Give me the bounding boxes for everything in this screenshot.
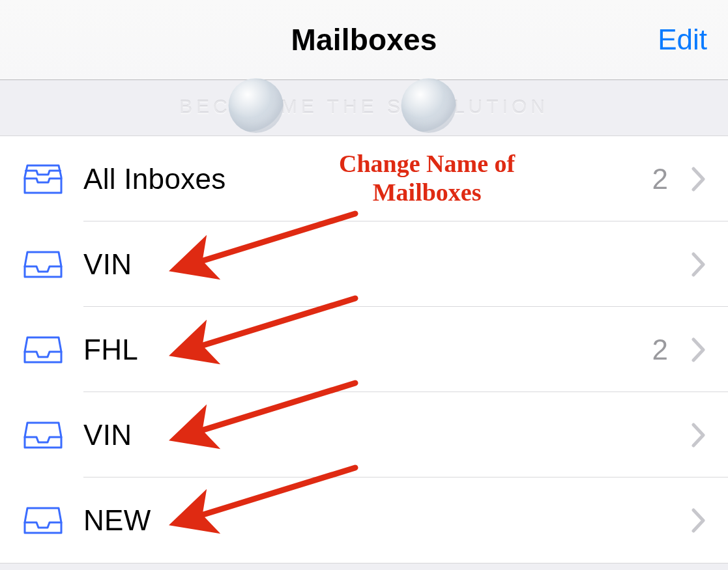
mailbox-label: VIN [83, 419, 132, 451]
label-mask [167, 392, 454, 477]
mailbox-label: FHL [83, 334, 138, 366]
mailbox-row[interactable]: VIN [0, 392, 728, 477]
mailbox-label: VIN [83, 248, 132, 281]
list-footer-strip [0, 563, 728, 570]
chevron-right-icon [692, 508, 706, 533]
nav-bar: Mailboxes Edit [0, 0, 728, 80]
mailbox-row[interactable]: NEW [0, 477, 728, 563]
chevron-right-icon [692, 337, 706, 362]
unread-count: 2 [652, 334, 668, 366]
section-header: BECME THE SLUTION [0, 80, 728, 136]
mailbox-row-all-inboxes[interactable]: All Inboxes 2 [0, 136, 728, 221]
mailbox-list: All Inboxes 2 VIN [0, 136, 728, 563]
chevron-right-icon [692, 167, 706, 192]
label-mask [167, 477, 454, 563]
inbox-icon [23, 419, 63, 451]
mailbox-label: All Inboxes [83, 163, 226, 195]
label-mask [167, 307, 454, 392]
inbox-icon [23, 248, 63, 281]
watermark-part2: ME THE S [281, 95, 404, 117]
unread-count: 2 [652, 163, 668, 195]
mailbox-row[interactable]: VIN [0, 221, 728, 307]
mailbox-row[interactable]: FHL 2 [0, 307, 728, 392]
watermark-part3: LUTION [454, 95, 549, 117]
bubble-icon [229, 78, 284, 133]
watermark-part1: BEC [179, 95, 231, 117]
watermark-text: BECME THE SLUTION [179, 81, 549, 135]
bubble-icon [401, 78, 456, 133]
edit-button[interactable]: Edit [658, 23, 707, 56]
inbox-icon [23, 334, 63, 366]
page-title: Mailboxes [291, 22, 437, 57]
all-inboxes-icon [23, 163, 63, 195]
inbox-icon [23, 504, 63, 537]
label-mask [167, 221, 454, 307]
chevron-right-icon [692, 252, 706, 277]
mailbox-label: NEW [83, 504, 151, 537]
chevron-right-icon [692, 423, 706, 448]
